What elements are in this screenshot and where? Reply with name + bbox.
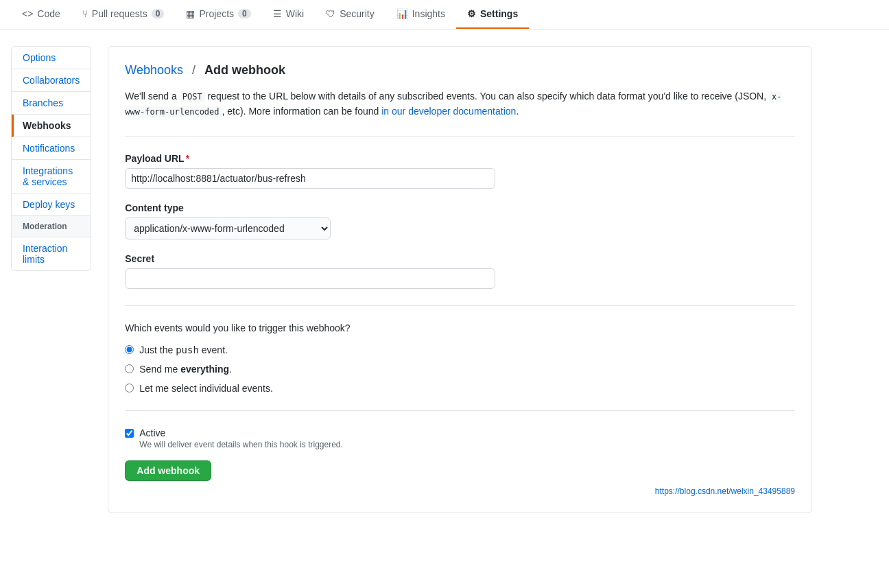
payload-url-group: Payload URL*: [125, 153, 795, 189]
nav-wiki[interactable]: ☰ Wiki: [262, 0, 315, 29]
projects-icon: ▦: [186, 8, 195, 19]
form-description: We'll send a POST request to the URL bel…: [125, 89, 795, 119]
breadcrumb-current: Add webhook: [204, 63, 285, 77]
footer-url: https://blog.csdn.net/welxin_43495889: [125, 486, 795, 496]
developer-docs-link[interactable]: in our developer documentation: [381, 106, 516, 117]
secret-input[interactable]: [125, 268, 495, 289]
divider-3: [125, 410, 795, 411]
divider-1: [125, 136, 795, 137]
payload-url-label: Payload URL*: [125, 153, 795, 164]
events-group: Which events would you like to trigger t…: [125, 322, 795, 394]
active-checkbox[interactable]: [125, 429, 134, 438]
top-nav: <> Code ⑂ Pull requests 0 ▦ Projects 0 ☰…: [0, 0, 889, 30]
radio-everything-label: Send me everything.: [139, 364, 232, 375]
webhooks-form-box: Webhooks / Add webhook We'll send a POST…: [108, 46, 812, 513]
active-label: Active: [139, 427, 343, 438]
sidebar-item-notifications[interactable]: Notifications: [12, 137, 91, 160]
insights-icon: 📊: [396, 8, 408, 19]
sidebar-item-branches[interactable]: Branches: [12, 92, 91, 115]
sidebar-item-interaction-limits[interactable]: Interaction limits: [12, 237, 91, 270]
radio-individual-input[interactable]: [125, 384, 134, 392]
sidebar-item-collaborators[interactable]: Collaborators: [12, 69, 91, 92]
sidebar: Options Collaborators Branches Webhooks …: [11, 46, 91, 513]
projects-badge: 0: [238, 9, 251, 19]
nav-insights[interactable]: 📊 Insights: [386, 0, 456, 29]
sidebar-item-deploy-keys[interactable]: Deploy keys: [12, 193, 91, 216]
active-description: We will deliver event details when this …: [139, 440, 343, 449]
breadcrumb-parent-link[interactable]: Webhooks: [125, 63, 183, 77]
security-icon: 🛡: [326, 8, 335, 19]
radio-push-event[interactable]: Just the push event.: [125, 344, 795, 355]
settings-icon: ⚙: [467, 8, 476, 19]
form-actions: Add webhook: [125, 460, 795, 481]
breadcrumb-separator: /: [192, 63, 195, 77]
content-type-group: Content type application/x-www-form-urle…: [125, 202, 795, 239]
radio-everything[interactable]: Send me everything.: [125, 364, 795, 375]
radio-everything-input[interactable]: [125, 364, 134, 373]
radio-push-label: Just the push event.: [139, 344, 228, 355]
secret-group: Secret: [125, 253, 795, 289]
payload-url-input[interactable]: [125, 168, 495, 189]
active-checkbox-label[interactable]: Active We will deliver event details whe…: [125, 427, 795, 449]
pull-requests-badge: 0: [152, 9, 165, 19]
add-webhook-button[interactable]: Add webhook: [125, 460, 211, 481]
radio-group: Just the push event. Send me everything.…: [125, 344, 795, 394]
nav-pull-requests[interactable]: ⑂ Pull requests 0: [71, 0, 176, 29]
nav-code[interactable]: <> Code: [11, 0, 71, 29]
sidebar-item-options[interactable]: Options: [12, 47, 91, 69]
nav-settings[interactable]: ⚙ Settings: [456, 0, 529, 29]
nav-projects[interactable]: ▦ Projects 0: [175, 0, 261, 29]
sidebar-nav: Options Collaborators Branches Webhooks …: [11, 46, 91, 271]
radio-individual[interactable]: Let me select individual events.: [125, 383, 795, 394]
pull-requests-icon: ⑂: [82, 8, 88, 19]
secret-label: Secret: [125, 253, 795, 264]
moderation-section-header: Moderation: [12, 216, 91, 237]
sidebar-item-webhooks[interactable]: Webhooks: [12, 115, 91, 137]
radio-push-input[interactable]: [125, 345, 134, 354]
breadcrumb: Webhooks / Add webhook: [125, 63, 795, 78]
content-type-select[interactable]: application/x-www-form-urlencoded applic…: [125, 217, 331, 239]
radio-individual-label: Let me select individual events.: [139, 383, 273, 394]
required-star: *: [186, 153, 189, 164]
wiki-icon: ☰: [273, 8, 282, 19]
divider-2: [125, 305, 795, 306]
main-content: Webhooks / Add webhook We'll send a POST…: [108, 46, 812, 513]
active-group: Active We will deliver event details whe…: [125, 427, 795, 449]
nav-security[interactable]: 🛡 Security: [315, 0, 386, 29]
content-type-label: Content type: [125, 202, 795, 213]
sidebar-item-integrations-services[interactable]: Integrations & services: [12, 160, 91, 193]
events-title: Which events would you like to trigger t…: [125, 322, 795, 333]
code-icon: <>: [22, 8, 33, 19]
